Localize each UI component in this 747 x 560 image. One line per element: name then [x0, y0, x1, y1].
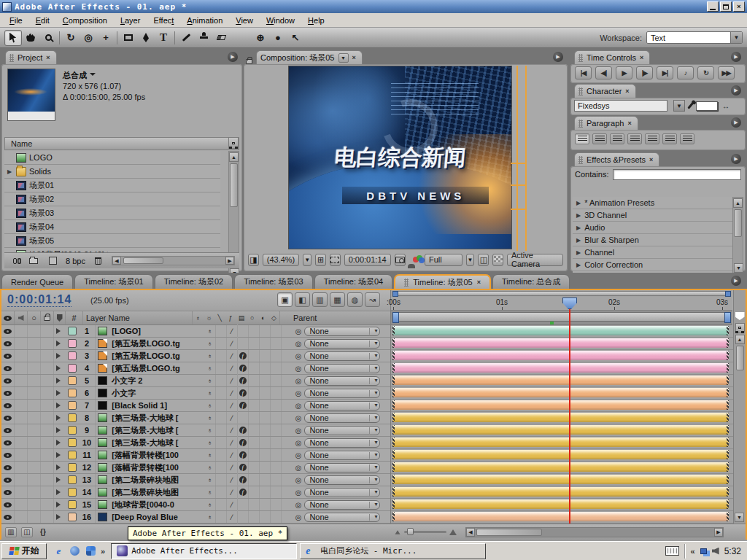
app-quicklaunch-icon[interactable]	[69, 545, 81, 557]
snapshot-button[interactable]	[395, 254, 406, 266]
collapse-switch[interactable]	[216, 462, 227, 473]
panel-menu-button[interactable]: ▶	[731, 117, 741, 128]
project-item[interactable]: ▶ Solids	[4, 165, 220, 179]
toggle-switches-pane-button[interactable]: ▥	[5, 527, 17, 537]
restore-button[interactable]	[720, 1, 732, 12]
tool-button[interactable]	[4, 30, 22, 46]
transport-button[interactable]: ▶|	[657, 66, 673, 79]
transport-button[interactable]: ▶▶	[718, 66, 735, 79]
timeline-tab[interactable]: Timeline: 场景02 ×	[155, 274, 233, 289]
comp-marker-bin-icon[interactable]	[735, 312, 745, 320]
composition-tab[interactable]: Composition: 场景05 ▼ ×	[256, 50, 363, 64]
video-switch[interactable]	[1, 462, 15, 473]
collapse-switch[interactable]	[216, 325, 227, 337]
alignment-button[interactable]	[627, 133, 642, 144]
view-select[interactable]: Active Camera	[507, 254, 563, 266]
layer-duration-bar[interactable]	[392, 413, 729, 422]
expand-arrow-icon[interactable]: ▶	[576, 200, 581, 206]
expand-arrow-icon[interactable]: ▶	[576, 237, 581, 244]
layer-duration-bar[interactable]	[392, 462, 729, 472]
effects-switch[interactable]: f	[238, 449, 249, 461]
layer-row[interactable]: 3 [第五场景LOGO.tg ♁ ∕ f ◎ None	[1, 350, 390, 362]
panel-menu-button[interactable]: ▶	[731, 276, 741, 286]
pickwhip-icon[interactable]: ◎	[295, 501, 302, 509]
eyedropper-icon[interactable]	[687, 102, 694, 109]
threed-switch[interactable]	[282, 400, 293, 411]
transport-button[interactable]: |▶	[636, 66, 653, 79]
layer-name[interactable]: [LOGO]	[109, 327, 204, 335]
pickwhip-icon[interactable]: ◎	[295, 427, 302, 435]
adjustment-switch[interactable]	[271, 362, 282, 374]
timeline-toggle-button[interactable]: ↝	[365, 292, 380, 307]
timeline-tab[interactable]: Timeline: 场景04 ×	[314, 274, 393, 289]
scroll-left-icon[interactable]: ◀	[112, 257, 121, 265]
solo-switch[interactable]	[28, 375, 41, 386]
shy-switch[interactable]: ♁	[205, 338, 216, 349]
parent-select[interactable]: None	[304, 401, 380, 411]
adjustment-switch[interactable]	[271, 400, 282, 411]
audio-column-header[interactable]	[15, 311, 28, 324]
layer-name[interactable]: [第五场景LOGO.tg	[109, 351, 204, 362]
video-switch[interactable]	[1, 449, 15, 461]
solo-switch[interactable]	[28, 362, 41, 374]
effects-switch[interactable]: f	[238, 338, 249, 349]
lock-switch[interactable]	[41, 499, 54, 510]
pickwhip-icon[interactable]: ◎	[295, 464, 302, 472]
label-color-swatch[interactable]	[66, 437, 79, 448]
threed-switch[interactable]	[282, 511, 293, 523]
expand-arrow-icon[interactable]: ▶	[576, 212, 581, 219]
comp-name[interactable]: 总合成	[63, 71, 87, 79]
layer-name[interactable]: 小文字 2	[109, 376, 204, 386]
tool-button[interactable]	[22, 30, 39, 46]
parent-select[interactable]: None	[304, 426, 380, 435]
close-button[interactable]: ×	[733, 1, 745, 12]
expand-arrow-icon[interactable]	[54, 499, 66, 510]
layer-row[interactable]: 12 [落幅背景转楼[100 ♁ ∕ f ◎ None	[1, 462, 390, 474]
lock-switch[interactable]	[41, 511, 54, 523]
threed-switch[interactable]	[282, 338, 293, 349]
lock-switch[interactable]	[41, 350, 54, 362]
solo-switch[interactable]	[28, 325, 41, 337]
expand-arrow-icon[interactable]	[54, 350, 66, 362]
effects-presets-tab[interactable]: Effects &Presets ×	[574, 152, 659, 166]
frame-blend-switch[interactable]	[249, 462, 260, 473]
current-time-field[interactable]: 0:00:01:14	[7, 293, 71, 307]
layer-duration-bar[interactable]	[392, 351, 729, 360]
layer-duration-bar[interactable]	[392, 326, 729, 335]
video-switch[interactable]	[1, 499, 15, 510]
transport-button[interactable]: |◀	[575, 66, 592, 79]
volume-tray-icon[interactable]	[712, 548, 719, 555]
shy-switch[interactable]: ♁	[205, 437, 216, 448]
frame-blend-switch[interactable]	[249, 449, 260, 461]
clock[interactable]: 5:32	[724, 546, 741, 556]
audio-switch[interactable]	[15, 375, 28, 386]
shy-switch[interactable]: ♁	[205, 449, 216, 461]
collapse-switch[interactable]	[216, 350, 227, 362]
audio-switch[interactable]	[15, 400, 28, 411]
expand-arrow-icon[interactable]	[54, 400, 66, 411]
audio-switch[interactable]	[15, 437, 28, 448]
effects-switch[interactable]: f	[238, 350, 249, 362]
label-color-swatch[interactable]	[66, 400, 79, 411]
motion-blur-switch[interactable]	[260, 424, 271, 436]
pickwhip-icon[interactable]: ◎	[295, 489, 302, 497]
lock-switch[interactable]	[41, 449, 54, 461]
frame-blend-switch[interactable]	[249, 499, 260, 510]
chevron-down-icon[interactable]: ▼	[730, 32, 742, 43]
collapse-tray-icon[interactable]: «	[691, 547, 695, 556]
layer-duration-bar[interactable]	[392, 512, 729, 521]
tool-button[interactable]: +	[97, 30, 115, 46]
menu-item[interactable]: Window	[260, 13, 301, 28]
expand-arrow-icon[interactable]	[54, 462, 66, 473]
video-switch[interactable]	[1, 474, 15, 486]
video-switch[interactable]	[1, 387, 15, 399]
layer-name[interactable]: [第三场景-大地球 [	[109, 425, 204, 436]
show-channels-button[interactable]	[413, 255, 421, 264]
start-button[interactable]: 开始	[1, 543, 47, 559]
video-switch[interactable]	[1, 325, 15, 337]
audio-switch[interactable]	[15, 511, 28, 523]
expand-arrow-icon[interactable]	[54, 437, 66, 448]
expand-arrow-icon[interactable]	[54, 486, 66, 498]
lock-switch[interactable]	[41, 338, 54, 349]
paragraph-tab[interactable]: Paragraph ×	[574, 116, 638, 130]
